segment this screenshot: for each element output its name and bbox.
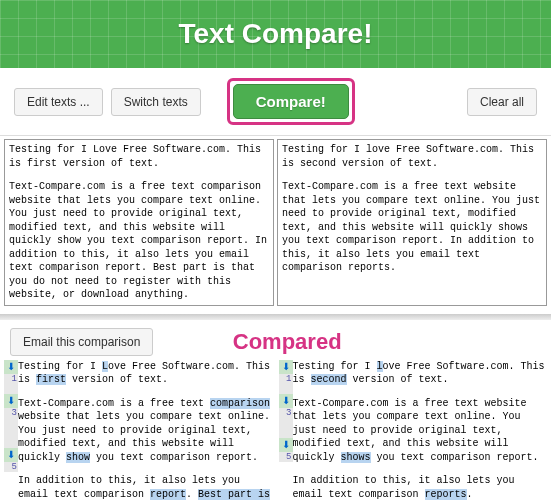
sync-arrow-icon[interactable]: ⬇ — [279, 438, 293, 452]
diff-highlight: show — [66, 452, 90, 463]
diff-line: Text-Compare.com is a free text comparis… — [18, 397, 273, 465]
line-number — [4, 384, 18, 394]
clear-all-button[interactable]: Clear all — [467, 88, 537, 116]
line-number: 3 — [4, 408, 18, 418]
diff-line: Testing for I Love Free Software.com. Th… — [18, 360, 273, 387]
line-number: 1 — [279, 374, 293, 384]
diff-left-gutter: ⬇ 1 ⬇ 3 ⬇ 5 — [4, 360, 18, 501]
switch-texts-button[interactable]: Switch texts — [111, 88, 201, 116]
compare-button[interactable]: Compare! — [233, 84, 349, 119]
compared-label: Compared — [33, 329, 541, 355]
line-number: 3 — [279, 408, 293, 418]
diff-line: In addition to this, it also lets you em… — [293, 474, 548, 500]
line-number — [279, 384, 293, 394]
sync-arrow-icon[interactable]: ⬇ — [279, 360, 293, 374]
diff-left-body: Testing for I Love Free Software.com. Th… — [18, 360, 273, 501]
edit-texts-button[interactable]: Edit texts ... — [14, 88, 103, 116]
toolbar: Edit texts ... Switch texts Compare! Cle… — [0, 68, 551, 136]
page-title: Text Compare! — [0, 18, 551, 50]
diff-line: Testing for I love Free Software.com. Th… — [293, 360, 548, 387]
line-number: 5 — [4, 462, 18, 472]
line-number — [4, 438, 18, 448]
line-number — [279, 428, 293, 438]
line-number — [4, 428, 18, 438]
bottom-toolbar: Email this comparison Compared — [0, 320, 551, 360]
diff-highlight: comparison — [210, 398, 270, 409]
line-number — [4, 418, 18, 428]
diff-left: ⬇ 1 ⬇ 3 ⬇ 5 Testing for I Love Free Soft… — [4, 360, 273, 501]
sync-arrow-icon[interactable]: ⬇ — [4, 394, 18, 408]
right-input[interactable]: Testing for I love Free Software.com. Th… — [277, 139, 547, 306]
diff-line: Text-Compare.com is a free text website … — [293, 397, 548, 465]
diff-right: ⬇ 1 ⬇ 3 ⬇ 5 Testing for I love Free Soft… — [279, 360, 548, 501]
diff-line: In addition to this, it also lets you em… — [18, 474, 273, 500]
diff-highlight: second — [311, 374, 347, 385]
header: Text Compare! — [0, 0, 551, 68]
diff-right-gutter: ⬇ 1 ⬇ 3 ⬇ 5 — [279, 360, 293, 501]
left-input[interactable]: Testing for I Love Free Software.com. Th… — [4, 139, 274, 306]
diff-right-body: Testing for I love Free Software.com. Th… — [293, 360, 548, 501]
sync-arrow-icon[interactable]: ⬇ — [279, 394, 293, 408]
text-line: Text-Compare.com is a free text comparis… — [9, 180, 269, 302]
text-line: Testing for I love Free Software.com. Th… — [282, 143, 542, 170]
diff-highlight: reports — [425, 489, 467, 500]
line-number: 5 — [279, 452, 293, 462]
compare-highlight: Compare! — [227, 78, 355, 125]
sync-arrow-icon[interactable]: ⬇ — [4, 448, 18, 462]
diff-columns: ⬇ 1 ⬇ 3 ⬇ 5 Testing for I Love Free Soft… — [0, 360, 551, 501]
input-columns: Testing for I Love Free Software.com. Th… — [0, 136, 551, 314]
text-line: Testing for I Love Free Software.com. Th… — [9, 143, 269, 170]
diff-highlight: shows — [341, 452, 371, 463]
text-line: Text-Compare.com is a free text website … — [282, 180, 542, 275]
diff-highlight: first — [36, 374, 66, 385]
diff-highlight: report — [150, 489, 186, 500]
line-number — [279, 418, 293, 428]
line-number: 1 — [4, 374, 18, 384]
sync-arrow-icon[interactable]: ⬇ — [4, 360, 18, 374]
